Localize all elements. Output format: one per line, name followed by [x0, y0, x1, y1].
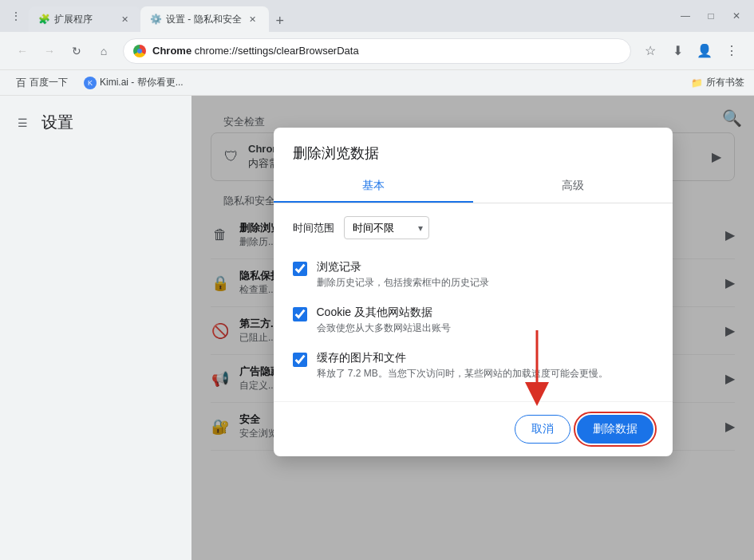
minimize-button[interactable]: —	[674, 5, 697, 27]
browser-window: ⋮ 🧩 扩展程序 ✕ ⚙️ 设置 - 隐私和安全 ✕ + — □ ✕ ←	[0, 0, 754, 560]
modal-overlay: 删除浏览数据 基本 高级 时间范围 过去1小时	[191, 96, 754, 560]
all-bookmarks-label: 所有书签	[706, 76, 744, 89]
chrome-logo-icon	[133, 45, 146, 57]
address-bar-icons: ☆ ⬇ 👤 ⋮	[638, 38, 744, 64]
more-button[interactable]: ⋮	[719, 38, 744, 64]
checkbox-item-cookies: Cookie 及其他网站数据 会致使您从大多数网站退出账号	[293, 298, 653, 343]
maximize-button[interactable]: □	[700, 5, 722, 27]
checkbox-cache-desc: 释放了 7.2 MB。当您下次访问时，某些网站的加载速度可能会更慢。	[317, 367, 608, 381]
clear-data-dialog: 删除浏览数据 基本 高级 时间范围 过去1小时	[274, 128, 673, 456]
red-arrow-indicator	[513, 330, 561, 410]
window-controls: — □ ✕	[674, 5, 748, 27]
menu-button[interactable]: ☰	[13, 113, 32, 132]
nav-buttons: ← → ↻ ⌂	[10, 38, 116, 64]
tab-list-button[interactable]: ⋮	[6, 6, 26, 26]
settings-tab-icon: ⚙️	[150, 14, 161, 25]
address-bar: ← → ↻ ⌂ Chrome chrome://settings/clearBr…	[0, 32, 754, 70]
tab-close-settings[interactable]: ✕	[247, 13, 259, 26]
settings-header: ☰ 设置	[0, 102, 191, 143]
bookmark-kimi[interactable]: K Kimi.ai - 帮你看更...	[77, 73, 190, 93]
checkbox-cache[interactable]	[293, 353, 307, 367]
cancel-button[interactable]: 取消	[515, 415, 570, 444]
checkbox-history-desc: 删除历史记录，包括搜索框中的历史记录	[317, 276, 489, 290]
bookmarks-right[interactable]: 📁 所有书签	[691, 76, 744, 89]
home-button[interactable]: ⌂	[91, 38, 116, 64]
delete-data-button[interactable]: 删除数据	[577, 415, 653, 444]
back-button[interactable]: ←	[10, 38, 35, 64]
puzzle-icon: 🧩	[38, 14, 49, 25]
checkbox-cache-label: 缓存的图片和文件	[317, 351, 608, 365]
reload-button[interactable]: ↻	[64, 38, 89, 64]
kimi-avatar-icon: K	[84, 77, 97, 89]
dialog-footer: 取消 删除数据	[274, 401, 673, 456]
tab-extensions[interactable]: 🧩 扩展程序 ✕	[29, 6, 140, 32]
forward-button[interactable]: →	[37, 38, 62, 64]
tab-basic[interactable]: 基本	[274, 169, 473, 203]
tab-close-extensions[interactable]: ✕	[118, 13, 131, 26]
baidu-icon: 百	[16, 76, 26, 90]
address-text: Chrome chrome://settings/clearBrowserDat…	[152, 45, 359, 57]
tab-settings-label: 设置 - 隐私和安全	[166, 13, 242, 26]
dialog-title: 删除浏览数据	[274, 128, 673, 163]
settings-main: 🔍 安全检查 🛡 Chrom... 内容需... '设置'页面 ▶ 隐私和安全 …	[191, 96, 754, 560]
time-range-select-wrapper: 过去1小时 过去24小时 过去7天 过去4周 时间不限	[344, 216, 429, 239]
tab-bar: 🧩 扩展程序 ✕ ⚙️ 设置 - 隐私和安全 ✕ +	[29, 0, 671, 32]
time-range-select[interactable]: 过去1小时 过去24小时 过去7天 过去4周 时间不限	[344, 216, 429, 239]
settings-layout: ☰ 设置 🔍 安全检查 🛡 Chrom... 内容需... '设置'页面 ▶	[0, 96, 754, 560]
bookmark-baidu[interactable]: 百 百度一下	[10, 73, 74, 93]
checkbox-cookies-desc: 会致使您从大多数网站退出账号	[317, 321, 451, 335]
checkbox-cookies[interactable]	[293, 307, 307, 321]
time-range-label: 时间范围	[293, 221, 334, 235]
checkbox-cookies-label: Cookie 及其他网站数据	[317, 306, 451, 320]
bookmarks-bar: 百 百度一下 K Kimi.ai - 帮你看更... 📁 所有书签	[0, 70, 754, 96]
tab-extensions-label: 扩展程序	[54, 13, 113, 26]
tab-advanced[interactable]: 高级	[473, 169, 673, 203]
bookmark-kimi-label: Kimi.ai - 帮你看更...	[100, 76, 184, 89]
checkbox-item-cache: 缓存的图片和文件 释放了 7.2 MB。当您下次访问时，某些网站的加载速度可能会…	[293, 343, 653, 388]
settings-title: 设置	[41, 112, 73, 133]
time-range-row: 时间范围 过去1小时 过去24小时 过去7天 过去4周 时间不限	[293, 216, 653, 239]
checkbox-history-content: 浏览记录 删除历史记录，包括搜索框中的历史记录	[317, 260, 489, 290]
folder-icon: 📁	[691, 77, 703, 89]
checkbox-cookies-content: Cookie 及其他网站数据 会致使您从大多数网站退出账号	[317, 306, 451, 335]
bookmark-star-button[interactable]: ☆	[638, 38, 663, 64]
checkbox-item-history: 浏览记录 删除历史记录，包括搜索框中的历史记录	[293, 252, 653, 298]
title-bar: ⋮ 🧩 扩展程序 ✕ ⚙️ 设置 - 隐私和安全 ✕ + — □ ✕	[0, 0, 754, 32]
new-tab-button[interactable]: +	[269, 10, 291, 32]
page-content: ☰ 设置 🔍 安全检查 🛡 Chrom... 内容需... '设置'页面 ▶	[0, 96, 754, 560]
close-button[interactable]: ✕	[725, 5, 748, 27]
address-field[interactable]: Chrome chrome://settings/clearBrowserDat…	[123, 38, 631, 64]
checkbox-history-label: 浏览记录	[317, 260, 489, 274]
tab-settings[interactable]: ⚙️ 设置 - 隐私和安全 ✕	[140, 6, 269, 32]
svg-marker-1	[525, 382, 549, 406]
profile-button[interactable]: 👤	[692, 38, 717, 64]
settings-sidebar: ☰ 设置	[0, 96, 191, 560]
dialog-body: 时间范围 过去1小时 过去24小时 过去7天 过去4周 时间不限	[274, 203, 673, 401]
download-button[interactable]: ⬇	[665, 38, 690, 64]
dialog-tab-bar: 基本 高级	[274, 169, 673, 203]
checkbox-cache-content: 缓存的图片和文件 释放了 7.2 MB。当您下次访问时，某些网站的加载速度可能会…	[317, 351, 608, 381]
title-bar-left: ⋮	[6, 6, 26, 26]
checkbox-history[interactable]	[293, 262, 307, 276]
bookmark-baidu-label: 百度一下	[30, 76, 68, 89]
